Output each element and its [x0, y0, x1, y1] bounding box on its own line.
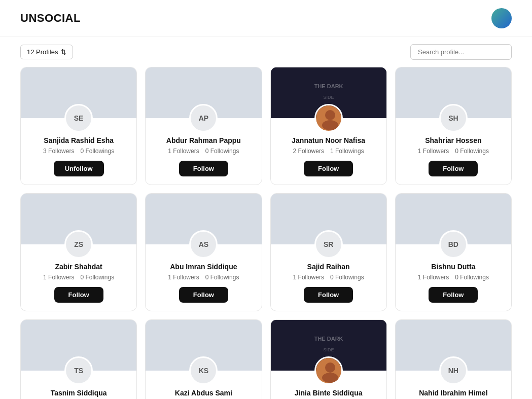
profile-name: Zabir Shahdat — [55, 263, 102, 271]
card-cover: BD — [396, 194, 511, 244]
profile-avatar: KS — [189, 356, 218, 385]
follow-button[interactable]: Follow — [179, 287, 228, 303]
profiles-selector[interactable]: 12 Profiles ⇅ — [20, 45, 73, 59]
followings-count: 0 Followings — [205, 274, 239, 281]
followings-count: 0 Followings — [455, 148, 489, 155]
profile-name: Jinia Binte Siddiqua — [295, 389, 363, 397]
followings-count: 1 Followings — [330, 148, 364, 155]
profile-stats: 1 Followers 0 Followings — [293, 274, 364, 281]
profile-card: THE DARK SIDE Jinia Binte Siddiqua 1 Fol… — [270, 319, 387, 399]
profile-name: Abdur Rahman Pappu — [166, 136, 241, 144]
profile-card: ZS Zabir Shahdat 1 Followers 0 Following… — [20, 193, 137, 311]
profile-avatar — [314, 104, 343, 132]
profile-card: SR Sajid Raihan 1 Followers 0 Followings… — [270, 193, 387, 311]
svg-text:THE DARK: THE DARK — [314, 83, 343, 89]
selector-arrow-icon: ⇅ — [61, 48, 66, 56]
profile-stats: 1 Followers 0 Followings — [168, 274, 239, 281]
profile-stats: 1 Followers 0 Followings — [418, 148, 489, 155]
unfollow-button[interactable]: Unfollow — [54, 161, 104, 176]
svg-text:THE DARK: THE DARK — [314, 336, 343, 342]
followers-count: 1 Followers — [293, 274, 324, 281]
profile-stats: 1 Followers 0 Followings — [418, 274, 489, 281]
followers-count: 2 Followers — [293, 148, 324, 155]
followings-count: 0 Followings — [455, 274, 489, 281]
followings-count: 0 Followings — [80, 274, 114, 281]
profile-card: BD Bishnu Dutta 1 Followers 0 Followings… — [395, 193, 512, 311]
profile-card: SH Shahriar Hossen 1 Followers 0 Followi… — [395, 67, 512, 185]
card-cover: THE DARK SIDE — [271, 320, 386, 371]
follow-button[interactable]: Follow — [304, 287, 353, 303]
follow-button[interactable]: Follow — [304, 161, 353, 176]
follow-button[interactable]: Follow — [54, 287, 103, 303]
profile-name: Sanjida Rashid Esha — [44, 136, 114, 144]
profile-name: Abu Imran Siddique — [170, 263, 237, 271]
follow-button[interactable]: Follow — [429, 287, 478, 303]
profile-stats: 3 Followers 0 Followings — [43, 148, 114, 155]
profile-card: AS Abu Imran Siddique 1 Followers 0 Foll… — [145, 193, 262, 311]
profile-card: AP Abdur Rahman Pappu 1 Followers 0 Foll… — [145, 67, 262, 185]
search-input[interactable] — [410, 44, 512, 60]
card-cover: THE DARK SIDE — [271, 67, 386, 118]
follow-button[interactable]: Follow — [179, 161, 228, 176]
profile-card: THE DARK SIDE Jannatun Noor Nafisa 2 Fol… — [270, 67, 387, 185]
profile-avatar: SR — [314, 230, 343, 259]
profile-name: Tasnim Siddiqua — [51, 389, 107, 397]
card-cover: SE — [21, 67, 136, 118]
card-cover: KS — [146, 320, 261, 371]
svg-point-4 — [325, 110, 335, 120]
app-logo: UNSOCIAL — [20, 12, 81, 25]
profile-name: Jannatun Noor Nafisa — [292, 136, 365, 144]
toolbar: 12 Profiles ⇅ — [0, 37, 532, 67]
svg-point-5 — [322, 120, 338, 130]
user-avatar[interactable] — [491, 8, 512, 28]
profile-stats: 1 Followers 0 Followings — [43, 274, 114, 281]
followers-count: 1 Followers — [43, 274, 74, 281]
profiles-count-label: 12 Profiles — [27, 48, 58, 56]
card-cover: ZS — [21, 194, 136, 244]
profiles-grid: SE Sanjida Rashid Esha 3 Followers 0 Fol… — [0, 67, 532, 399]
followers-count: 1 Followers — [418, 148, 449, 155]
followers-count: 1 Followers — [418, 274, 449, 281]
card-cover: NH — [396, 320, 511, 371]
followings-count: 0 Followings — [80, 148, 114, 155]
profile-avatar: TS — [64, 356, 93, 385]
followings-count: 0 Followings — [330, 274, 364, 281]
profile-name: Sajid Raihan — [307, 263, 350, 271]
follow-button[interactable]: Follow — [429, 161, 478, 176]
followers-count: 1 Followers — [168, 148, 199, 155]
profile-name: Nahid Ibrahim Himel — [419, 389, 487, 397]
header: UNSOCIAL — [0, 0, 532, 37]
profile-card: SE Sanjida Rashid Esha 3 Followers 0 Fol… — [20, 67, 137, 185]
svg-text:SIDE: SIDE — [323, 95, 334, 100]
profile-name: Kazi Abdus Sami — [175, 389, 232, 397]
svg-point-10 — [325, 362, 335, 373]
profile-stats: 2 Followers 1 Followings — [293, 148, 364, 155]
profile-card: NH Nahid Ibrahim Himel 1 Followers 0 Fol… — [395, 319, 512, 399]
svg-point-11 — [322, 373, 338, 383]
card-cover: TS — [21, 320, 136, 371]
card-cover: SH — [396, 67, 511, 118]
card-cover: AP — [146, 67, 261, 118]
card-cover: SR — [271, 194, 386, 244]
profile-avatar: BD — [439, 230, 468, 259]
profile-avatar: AS — [189, 230, 218, 259]
profile-avatar — [314, 356, 343, 385]
profile-name: Bishnu Dutta — [431, 263, 475, 271]
profile-avatar: SE — [64, 104, 93, 132]
profile-card: KS Kazi Abdus Sami 2 Followers 1 Followi… — [145, 319, 262, 399]
profile-avatar: ZS — [64, 230, 93, 259]
followers-count: 3 Followers — [43, 148, 74, 155]
profile-avatar: AP — [189, 104, 218, 132]
svg-text:SIDE: SIDE — [323, 347, 334, 352]
profile-stats: 1 Followers 0 Followings — [168, 148, 239, 155]
profile-card: TS Tasnim Siddiqua 0 Followers 16 Follow… — [20, 319, 137, 399]
profile-avatar: NH — [439, 356, 468, 385]
followers-count: 1 Followers — [168, 274, 199, 281]
profile-name: Shahriar Hossen — [425, 136, 481, 144]
card-cover: AS — [146, 194, 261, 244]
followings-count: 0 Followings — [205, 148, 239, 155]
profile-avatar: SH — [439, 104, 468, 132]
